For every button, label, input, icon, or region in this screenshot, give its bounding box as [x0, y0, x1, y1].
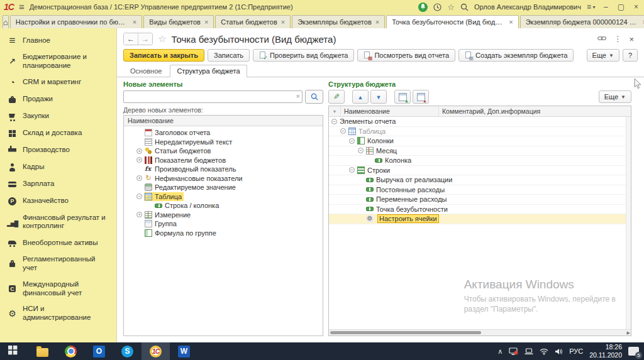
sidebar-item[interactable]: Казначейство — [0, 193, 116, 210]
file-explorer-icon[interactable] — [28, 342, 57, 360]
window-tab[interactable]: Виды бюджетов × — [143, 15, 214, 28]
tree-row[interactable]: Производный показатель — [124, 165, 323, 174]
sidebar-item[interactable]: Склад и доставка — [0, 125, 116, 142]
sidebar-item[interactable]: Зарплата — [0, 176, 116, 193]
wifi-icon[interactable] — [540, 348, 548, 355]
more-kebab-icon[interactable]: ⋮ — [614, 35, 621, 43]
tree-row[interactable]: Выручка от реализации — [329, 175, 631, 185]
help-button[interactable]: ? — [623, 49, 638, 62]
tree-row[interactable]: − Таблица — [329, 127, 631, 137]
sidebar-item[interactable]: Главное — [0, 32, 116, 49]
column-header-comment[interactable]: Комментарий, Доп.информация — [438, 106, 631, 116]
sidebar-item[interactable]: Финансовый результат и контроллинг — [0, 210, 116, 235]
sidebar-item[interactable]: Международный финансовый учет — [0, 276, 116, 302]
create-budget-instance-button[interactable]: Создать экземпляр бюджета — [458, 49, 574, 62]
more-button[interactable]: Еще▼ — [599, 90, 631, 103]
tab-close-icon[interactable]: × — [133, 18, 136, 26]
expander-icon[interactable] — [358, 197, 364, 202]
expander-icon[interactable] — [358, 177, 364, 183]
sidebar-item[interactable]: Закупки — [0, 108, 116, 125]
service-menu-icon[interactable]: ≡▼ — [587, 3, 596, 11]
save-button[interactable]: Записать — [208, 49, 250, 62]
expander-icon[interactable]: + — [136, 148, 142, 154]
tree-row[interactable]: − Строки — [329, 166, 631, 176]
expander-icon[interactable]: − — [340, 128, 346, 134]
tab-close-icon[interactable]: × — [375, 18, 379, 26]
window-tab[interactable]: Экземпляры бюджетов × — [292, 15, 385, 28]
expander-icon[interactable]: − — [349, 138, 355, 144]
horizontal-scrollbar[interactable]: ▶ — [329, 329, 631, 335]
tree-row[interactable]: Группа — [124, 219, 323, 229]
column-header-name[interactable]: Наименование — [124, 116, 323, 126]
favorites-star-icon[interactable]: ☆ — [447, 3, 455, 12]
view-report-button[interactable]: Посмотреть вид отчета — [357, 49, 455, 62]
expander-icon[interactable] — [358, 206, 364, 212]
edit-button[interactable] — [328, 90, 345, 104]
tree-row[interactable]: + Показатели бюджетов — [124, 156, 323, 165]
window-tab[interactable]: Статьи бюджетов × — [215, 15, 291, 28]
forward-button[interactable]: → — [138, 33, 152, 45]
search-input[interactable] — [123, 90, 303, 103]
action-center-icon[interactable]: 5 — [628, 347, 639, 356]
expander-icon[interactable] — [136, 230, 142, 236]
history-icon[interactable] — [433, 3, 441, 11]
tree-row[interactable]: Формула по группе — [124, 229, 323, 238]
expander-icon[interactable]: − — [136, 194, 142, 199]
laptop-icon[interactable] — [525, 348, 533, 355]
search-icon[interactable] — [460, 3, 469, 11]
filter-icon[interactable]: ▼ — [329, 106, 341, 116]
back-button[interactable]: ← — [124, 33, 138, 45]
clock[interactable]: 18:26 20.11.2020 — [589, 343, 622, 359]
expander-icon[interactable] — [136, 139, 142, 145]
expander-icon[interactable] — [136, 221, 142, 227]
expander-icon[interactable] — [136, 166, 142, 172]
tree-row[interactable]: Точка безубыточности — [329, 205, 631, 215]
notifications-icon[interactable] — [418, 3, 428, 12]
expander-icon[interactable] — [136, 130, 142, 136]
tree-row[interactable]: Редактируемое значение — [124, 183, 323, 192]
tree-row[interactable]: + Нефинансовые показатели — [124, 174, 323, 183]
expander-icon[interactable] — [358, 187, 364, 192]
expander-icon[interactable]: + — [136, 175, 142, 181]
tree-row[interactable]: Заголовок отчета — [124, 128, 323, 138]
expander-icon[interactable]: + — [136, 212, 142, 217]
window-tab[interactable]: Настройки и справочники по бюдж... × — [10, 15, 142, 28]
expander-icon[interactable]: − — [358, 148, 364, 153]
tree-row[interactable]: − Таблица — [124, 192, 323, 202]
window-tab[interactable]: Точка безубыточности (Вид бюдж... × — [386, 15, 518, 28]
tree-row[interactable]: Колонка — [329, 156, 631, 166]
tree-row[interactable]: Нередактируемый текст — [124, 138, 323, 147]
clear-search-icon[interactable]: × — [296, 92, 300, 100]
current-user[interactable]: Орлов Александр Владимирович — [474, 3, 581, 11]
skype-icon[interactable] — [113, 342, 142, 360]
expander-icon[interactable] — [358, 216, 364, 222]
sidebar-item[interactable]: Регламентированный учет — [0, 251, 116, 276]
start-button[interactable] — [0, 342, 28, 360]
close-window-button[interactable]: × — [632, 3, 640, 11]
screen-share-icon[interactable] — [509, 347, 518, 356]
1c-app-icon[interactable] — [142, 342, 170, 360]
expander-icon[interactable]: − — [331, 119, 337, 124]
check-budget-view-button[interactable]: Проверить вид бюджета — [253, 49, 354, 62]
favorite-star-icon[interactable]: ☆ — [158, 33, 166, 45]
tree-row[interactable]: − Месяц — [329, 146, 631, 156]
outlook-icon[interactable] — [85, 342, 113, 360]
search-button[interactable] — [305, 90, 323, 104]
tree-row[interactable]: + Измерение — [124, 210, 323, 220]
tree-row[interactable]: + Статьи бюджетов — [124, 146, 323, 156]
tree-row[interactable]: − Колонки — [329, 136, 631, 146]
indent-level-button[interactable] — [394, 90, 411, 104]
minimize-button[interactable]: – — [602, 3, 610, 11]
sidebar-item[interactable]: Продажи — [0, 91, 116, 108]
scrollbar-thumb[interactable] — [330, 331, 481, 334]
sidebar-item[interactable]: Внеоборотные активы — [0, 234, 116, 251]
form-tab[interactable]: Основное — [123, 65, 169, 77]
save-and-close-button[interactable]: Записать и закрыть — [123, 49, 204, 62]
expander-icon[interactable] — [147, 203, 152, 209]
main-menu-icon[interactable]: ≡ — [19, 3, 25, 11]
tree-row[interactable]: − Элементы отчета — [329, 117, 631, 127]
sidebar-item[interactable]: Бюджетирование и планирование — [0, 49, 116, 74]
column-header-name[interactable]: Наименование — [341, 106, 438, 116]
home-tab[interactable]: ⌂ — [3, 15, 9, 28]
expander-icon[interactable]: + — [136, 157, 142, 163]
